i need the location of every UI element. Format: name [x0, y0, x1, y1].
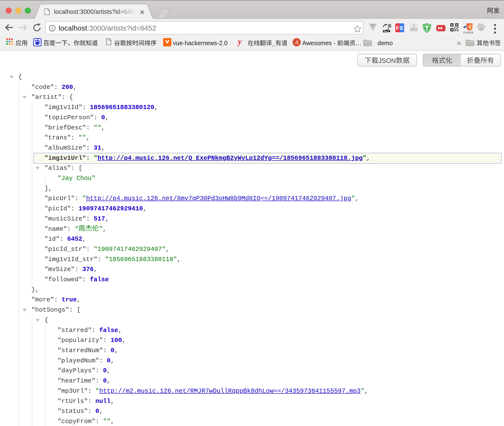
svg-text:A: A [294, 39, 299, 45]
svg-text:E: E [400, 25, 404, 31]
svg-text:F: F [396, 25, 399, 31]
svg-text:5: 5 [468, 25, 470, 29]
